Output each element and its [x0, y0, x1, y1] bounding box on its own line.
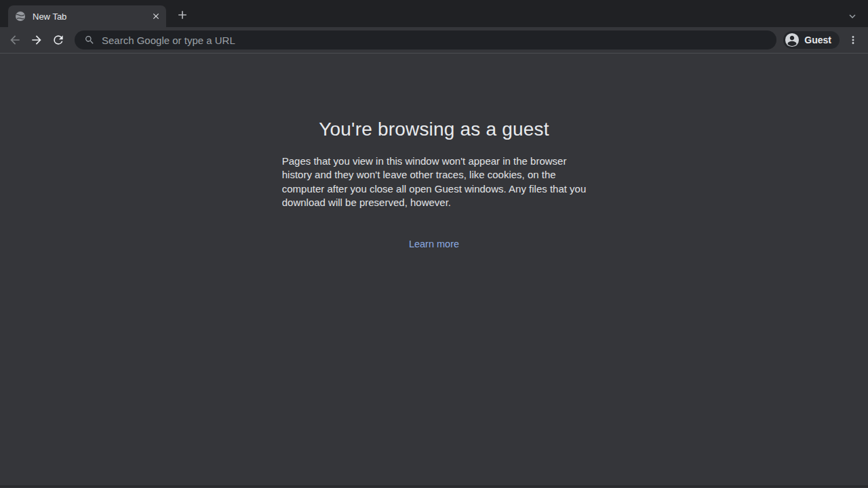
new-tab-button[interactable]: [173, 5, 192, 24]
reload-icon: [52, 33, 65, 47]
back-button[interactable]: [5, 30, 24, 49]
plus-icon: [176, 8, 189, 22]
guest-description-line: download will be preserved, however.: [282, 196, 587, 209]
browser-menu-button[interactable]: [844, 30, 863, 49]
omnibox-input[interactable]: [102, 35, 767, 46]
arrow-back-icon: [8, 33, 22, 47]
profile-label: Guest: [804, 35, 831, 45]
arrow-forward-icon: [30, 33, 43, 47]
tab-close-button[interactable]: [150, 10, 162, 22]
chevron-down-icon: [846, 10, 859, 22]
globe-icon: [15, 11, 26, 22]
guest-description-line: Pages that you view in this window won't…: [282, 155, 587, 168]
omnibox[interactable]: [75, 30, 776, 49]
learn-more-link[interactable]: Learn more: [409, 239, 459, 249]
tab-strip: New Tab: [0, 0, 868, 27]
person-avatar-icon: [785, 33, 800, 47]
window-bottom-edge: [0, 485, 868, 487]
page-title: You're browsing as a guest: [0, 54, 868, 140]
search-icon: [84, 35, 95, 45]
close-icon: [151, 12, 161, 21]
tab-new-tab[interactable]: New Tab: [8, 5, 166, 27]
reload-button[interactable]: [49, 30, 68, 49]
tab-strip-chevron-button[interactable]: [844, 8, 861, 24]
forward-button[interactable]: [27, 30, 46, 49]
learn-more-container: Learn more: [0, 238, 868, 250]
guest-new-tab-page: You're browsing as a guest Pages that yo…: [0, 54, 868, 487]
browser-toolbar: Guest: [0, 27, 868, 54]
tab-title: New Tab: [33, 12, 150, 22]
three-dot-menu-icon: [847, 34, 859, 46]
guest-description-line: history and they won't leave other trace…: [282, 168, 587, 182]
guest-description: Pages that you view in this window won't…: [282, 155, 587, 210]
profile-button[interactable]: Guest: [783, 31, 840, 49]
guest-description-line: computer after you close all open Guest …: [282, 182, 587, 196]
